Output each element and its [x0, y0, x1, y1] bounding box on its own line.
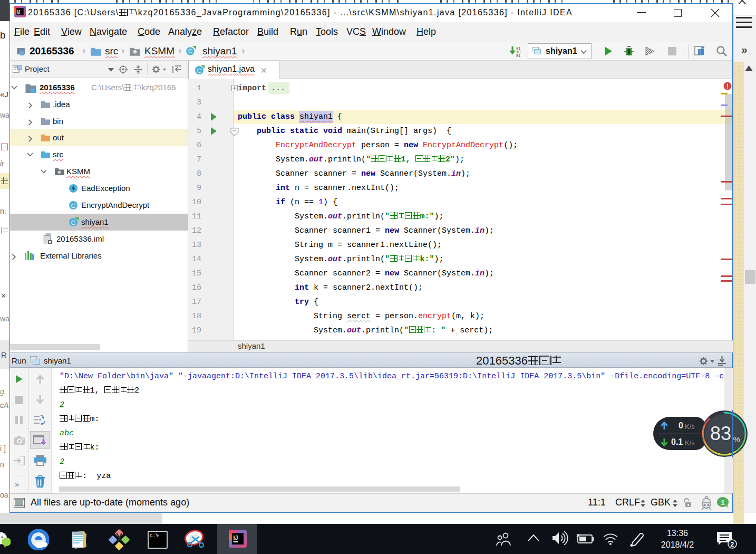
svg-text:C: C: [71, 219, 75, 226]
svg-text:C:\: C:\: [150, 533, 158, 539]
svg-text:C: C: [197, 68, 201, 74]
svg-text:C: C: [188, 48, 192, 54]
svg-text:%: %: [733, 435, 740, 444]
svg-text:2: 2: [731, 541, 734, 548]
svg-text:83: 83: [710, 423, 731, 444]
svg-text:01: 01: [516, 54, 520, 58]
svg-text:IJ: IJ: [17, 9, 21, 13]
svg-text:IJ: IJ: [234, 534, 238, 541]
svg-text:1: 1: [721, 499, 725, 507]
svg-text:C: C: [71, 203, 75, 209]
